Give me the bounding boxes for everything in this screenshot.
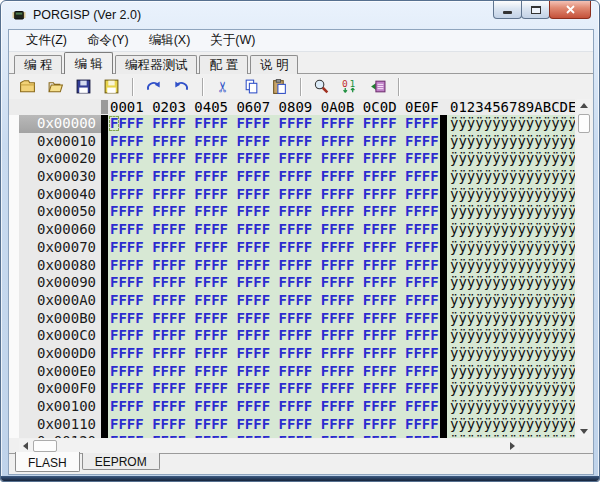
scroll-down-icon[interactable] — [580, 429, 588, 434]
hex-row[interactable]: 0x00000 FFFF FFFF FFFF FFFF FFFF FFFF FF… — [9, 115, 575, 133]
minimize-button[interactable] — [493, 1, 522, 19]
row-ascii-values[interactable]: ÿÿÿÿÿÿÿÿÿÿÿÿÿÿÿÿ — [447, 221, 575, 239]
menu-edit[interactable]: 编辑(X) — [141, 30, 199, 51]
row-address[interactable]: 0x000D0 — [19, 345, 101, 363]
hex-row[interactable]: 0x00020 FFFF FFFF FFFF FFFF FFFF FFFF FF… — [9, 150, 575, 168]
row-hex-values[interactable]: FFFF FFFF FFFF FFFF FFFF FFFF FFFF FFFF — [108, 150, 440, 168]
row-ascii-values[interactable]: ÿÿÿÿÿÿÿÿÿÿÿÿÿÿÿÿ — [447, 203, 575, 221]
row-hex-values[interactable]: FFFF FFFF FFFF FFFF FFFF FFFF FFFF FFFF — [108, 433, 440, 438]
row-address[interactable]: 0x00050 — [19, 203, 101, 221]
row-address[interactable]: 0x00020 — [19, 150, 101, 168]
row-ascii-values[interactable]: ÿÿÿÿÿÿÿÿÿÿÿÿÿÿÿÿ — [447, 150, 575, 168]
row-hex-values[interactable]: FFFF FFFF FFFF FFFF FFFF FFFF FFFF FFFF — [108, 221, 440, 239]
row-hex-values[interactable]: FFFF FFFF FFFF FFFF FFFF FFFF FFFF FFFF — [108, 168, 440, 186]
row-address[interactable]: 0x00070 — [19, 239, 101, 257]
tab-flash[interactable]: FLASH — [15, 452, 80, 472]
maximize-button[interactable] — [521, 1, 550, 19]
hex-row[interactable]: 0x000D0 FFFF FFFF FFFF FFFF FFFF FFFF FF… — [9, 345, 575, 363]
hex-row[interactable]: 0x000E0 FFFF FFFF FFFF FFFF FFFF FFFF FF… — [9, 363, 575, 381]
row-ascii-values[interactable]: ÿÿÿÿÿÿÿÿÿÿÿÿÿÿÿÿ — [447, 239, 575, 257]
tab-program[interactable]: 编 程 — [14, 55, 62, 74]
row-address[interactable]: 0x000A0 — [19, 292, 101, 310]
hex-row[interactable]: 0x000C0 FFFF FFFF FFFF FFFF FFFF FFFF FF… — [9, 327, 575, 345]
import-file-button[interactable] — [45, 76, 66, 97]
hex-row[interactable]: 0x00050 FFFF FFFF FFFF FFFF FFFF FFFF FF… — [9, 203, 575, 221]
hex-row[interactable]: 0x00060 FFFF FFFF FFFF FFFF FFFF FFFF FF… — [9, 221, 575, 239]
hex-row[interactable]: 0x000F0 FFFF FFFF FFFF FFFF FFFF FFFF FF… — [9, 380, 575, 398]
tab-help[interactable]: 说 明 — [250, 55, 298, 74]
tab-config[interactable]: 配 置 — [199, 55, 247, 74]
row-ascii-values[interactable]: ÿÿÿÿÿÿÿÿÿÿÿÿÿÿÿÿ — [447, 115, 575, 133]
horizontal-scroll-thumb[interactable] — [33, 440, 57, 452]
row-ascii-values[interactable]: ÿÿÿÿÿÿÿÿÿÿÿÿÿÿÿÿ — [447, 380, 575, 398]
row-hex-values[interactable]: FFFF FFFF FFFF FFFF FFFF FFFF FFFF FFFF — [108, 310, 440, 328]
row-address[interactable]: 0x00000 — [19, 115, 101, 133]
row-hex-values[interactable]: FFFF FFFF FFFF FFFF FFFF FFFF FFFF FFFF — [108, 398, 440, 416]
row-hex-values[interactable]: FFFF FFFF FFFF FFFF FFFF FFFF FFFF FFFF — [108, 380, 440, 398]
row-address[interactable]: 0x000E0 — [19, 363, 101, 381]
row-ascii-values[interactable]: ÿÿÿÿÿÿÿÿÿÿÿÿÿÿÿÿ — [447, 363, 575, 381]
hex-row[interactable]: 0x000B0 FFFF FFFF FFFF FFFF FFFF FFFF FF… — [9, 310, 575, 328]
hex-row[interactable]: 0x00040 FFFF FFFF FFFF FFFF FFFF FFFF FF… — [9, 186, 575, 204]
row-ascii-values[interactable]: ÿÿÿÿÿÿÿÿÿÿÿÿÿÿÿÿ — [447, 257, 575, 275]
row-address[interactable]: 0x00100 — [19, 398, 101, 416]
row-ascii-values[interactable]: ÿÿÿÿÿÿÿÿÿÿÿÿÿÿÿÿ — [447, 310, 575, 328]
open-file-button[interactable] — [17, 76, 38, 97]
row-hex-values[interactable]: FFFF FFFF FFFF FFFF FFFF FFFF FFFF FFFF — [108, 257, 440, 275]
paste-button[interactable] — [269, 76, 290, 97]
cut-button[interactable]: ✂ — [213, 76, 234, 97]
row-ascii-values[interactable]: ÿÿÿÿÿÿÿÿÿÿÿÿÿÿÿÿ — [447, 416, 575, 434]
save-as-button[interactable] — [101, 76, 122, 97]
row-address[interactable]: 0x000C0 — [19, 327, 101, 345]
row-hex-values[interactable]: FFFF FFFF FFFF FFFF FFFF FFFF FFFF FFFF — [108, 327, 440, 345]
close-button[interactable] — [549, 1, 591, 19]
hex-row[interactable]: 0x00110 FFFF FFFF FFFF FFFF FFFF FFFF FF… — [9, 416, 575, 434]
row-hex-values[interactable]: FFFF FFFF FFFF FFFF FFFF FFFF FFFF FFFF — [108, 345, 440, 363]
scroll-up-icon[interactable] — [580, 103, 588, 108]
copy-button[interactable] — [241, 76, 262, 97]
program-button[interactable] — [367, 76, 388, 97]
row-address[interactable]: 0x00030 — [19, 168, 101, 186]
row-ascii-values[interactable]: ÿÿÿÿÿÿÿÿÿÿÿÿÿÿÿÿ — [447, 398, 575, 416]
row-address[interactable]: 0x000B0 — [19, 310, 101, 328]
redo-button[interactable] — [143, 76, 164, 97]
row-ascii-values[interactable]: ÿÿÿÿÿÿÿÿÿÿÿÿÿÿÿÿ — [447, 133, 575, 151]
row-hex-values[interactable]: FFFF FFFF FFFF FFFF FFFF FFFF FFFF FFFF — [108, 363, 440, 381]
hex-row[interactable]: 0x000A0 FFFF FFFF FFFF FFFF FFFF FFFF FF… — [9, 292, 575, 310]
search-button[interactable] — [311, 76, 332, 97]
hex-row[interactable]: 0x00090 FFFF FFFF FFFF FFFF FFFF FFFF FF… — [9, 274, 575, 292]
vertical-scrollbar[interactable] — [577, 99, 591, 438]
hex-row[interactable]: 0x00080 FFFF FFFF FFFF FFFF FFFF FFFF FF… — [9, 257, 575, 275]
scroll-left-icon[interactable] — [23, 442, 28, 450]
horizontal-scrollbar[interactable] — [19, 439, 519, 453]
tab-eeprom[interactable]: EEPROM — [82, 453, 160, 470]
hex-row[interactable]: 0x00120 FFFF FFFF FFFF FFFF FFFF FFFF FF… — [9, 433, 575, 438]
row-hex-values[interactable]: FFFF FFFF FFFF FFFF FFFF FFFF FFFF FFFF — [108, 292, 440, 310]
row-hex-values[interactable]: FFFF FFFF FFFF FFFF FFFF FFFF FFFF FFFF — [108, 274, 440, 292]
row-ascii-values[interactable]: ÿÿÿÿÿÿÿÿÿÿÿÿÿÿÿÿ — [447, 345, 575, 363]
hex-row[interactable]: 0x00070 FFFF FFFF FFFF FFFF FFFF FFFF FF… — [9, 239, 575, 257]
row-address[interactable]: 0x00040 — [19, 186, 101, 204]
row-ascii-values[interactable]: ÿÿÿÿÿÿÿÿÿÿÿÿÿÿÿÿ — [447, 292, 575, 310]
row-ascii-values[interactable]: ÿÿÿÿÿÿÿÿÿÿÿÿÿÿÿÿ — [447, 274, 575, 292]
hex-row[interactable]: 0x00100 FFFF FFFF FFFF FFFF FFFF FFFF FF… — [9, 398, 575, 416]
row-address[interactable]: 0x00090 — [19, 274, 101, 292]
row-address[interactable]: 0x00120 — [19, 433, 101, 438]
row-hex-values[interactable]: FFFF FFFF FFFF FFFF FFFF FFFF FFFF FFFF — [108, 133, 440, 151]
row-hex-values[interactable]: FFFF FFFF FFFF FFFF FFFF FFFF FFFF FFFF — [108, 186, 440, 204]
row-ascii-values[interactable]: ÿÿÿÿÿÿÿÿÿÿÿÿÿÿÿÿ — [447, 186, 575, 204]
menu-about[interactable]: 关于(W) — [202, 30, 263, 51]
row-hex-values[interactable]: FFFF FFFF FFFF FFFF FFFF FFFF FFFF FFFF — [108, 416, 440, 434]
hex-row[interactable]: 0x00010 FFFF FFFF FFFF FFFF FFFF FFFF FF… — [9, 133, 575, 151]
save-button[interactable] — [73, 76, 94, 97]
hex-row[interactable]: 0x00030 FFFF FFFF FFFF FFFF FFFF FFFF FF… — [9, 168, 575, 186]
row-hex-values[interactable]: FFFF FFFF FFFF FFFF FFFF FFFF FFFF FFFF — [108, 115, 440, 133]
row-ascii-values[interactable]: ÿÿÿÿÿÿÿÿÿÿÿÿÿÿÿÿ — [447, 168, 575, 186]
title-bar[interactable]: PORGISP (Ver 2.0) — [1, 1, 599, 29]
row-address[interactable]: 0x000F0 — [19, 380, 101, 398]
scroll-right-icon[interactable] — [510, 442, 515, 450]
tab-programmer-test[interactable]: 编程器测试 — [115, 55, 198, 74]
row-ascii-values[interactable]: ÿÿÿÿÿÿÿÿÿÿÿÿÿÿÿÿ — [447, 433, 575, 438]
row-address[interactable]: 0x00110 — [19, 416, 101, 434]
row-ascii-values[interactable]: ÿÿÿÿÿÿÿÿÿÿÿÿÿÿÿÿ — [447, 327, 575, 345]
